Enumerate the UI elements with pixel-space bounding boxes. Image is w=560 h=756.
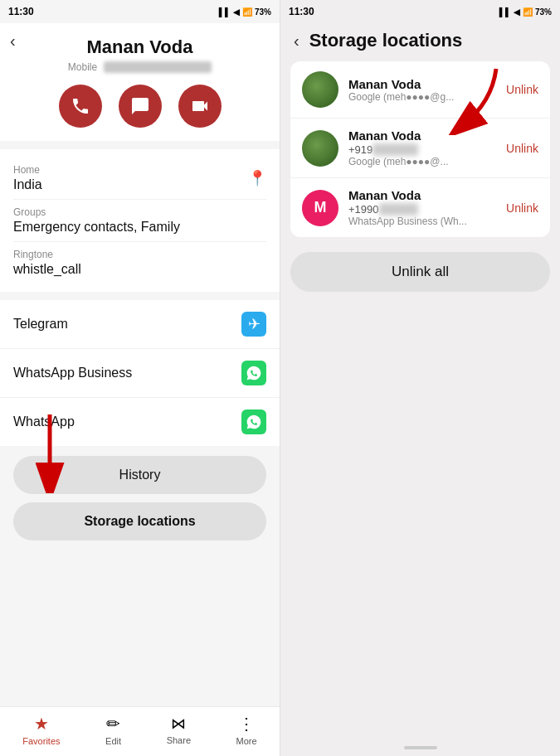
groups-value: Emergency contacts, Family — [13, 220, 180, 235]
app-row-whatsapp-biz[interactable]: WhatsApp Business — [0, 349, 280, 398]
storage-info-1: Manan Voda Google (meh●●●●@g... — [348, 77, 506, 103]
storage-item-1: Manan Voda Google (meh●●●●@g... Unlink — [290, 61, 550, 119]
info-row-home: Home India 📍 — [13, 158, 266, 200]
telegram-icon: ✈ — [241, 312, 266, 337]
share-label: Share — [167, 735, 191, 745]
unlink-all-button[interactable]: Unlink all — [290, 252, 550, 292]
spacer — [0, 540, 280, 706]
nav-edit[interactable]: ✏ Edit — [105, 714, 121, 746]
storage-info-3: Manan Voda +1990●●●●●● WhatsApp Business… — [348, 188, 506, 227]
contact-name-3: Manan Voda — [348, 188, 506, 202]
video-icon — [190, 96, 210, 116]
right-page-title: Storage locations — [309, 30, 463, 51]
phone-number-blurred — [104, 61, 212, 73]
message-icon — [130, 96, 150, 116]
app-section: Telegram ✈ WhatsApp Business WhatsApp — [0, 300, 280, 446]
contact-phone-3: +1990●●●●●● — [348, 203, 506, 216]
app-row-whatsapp[interactable]: WhatsApp — [0, 398, 280, 446]
bottom-nav: ★ Favorites ✏ Edit ⋈ Share ⋮ More — [0, 706, 280, 756]
contact-name-1: Manan Voda — [348, 77, 506, 91]
nav-more[interactable]: ⋮ More — [236, 714, 257, 746]
whatsapp-biz-label: WhatsApp Business — [13, 366, 132, 380]
more-icon: ⋮ — [238, 714, 255, 734]
favorites-icon: ★ — [34, 714, 49, 734]
contact-source-2: Google (meh●●●●@... — [348, 156, 506, 167]
message-button[interactable] — [119, 85, 162, 128]
app-row-telegram[interactable]: Telegram ✈ — [0, 300, 280, 349]
more-label: More — [236, 736, 257, 746]
info-row-groups: Groups Emergency contacts, Family — [13, 200, 266, 242]
right-spacer — [280, 292, 560, 746]
storage-item-3: M Manan Voda +1990●●●●●● WhatsApp Busine… — [290, 178, 550, 237]
avatar-1 — [302, 71, 338, 108]
whatsapp-label: WhatsApp — [13, 414, 75, 429]
storage-item-2: Manan Voda +919●●●●●●● Google (meh●●●●@.… — [290, 119, 550, 178]
call-button[interactable] — [59, 85, 102, 128]
contact-source-3: WhatsApp Business (Wh... — [348, 216, 506, 227]
action-buttons — [59, 85, 222, 128]
info-row-ringtone: Ringtone whistle_call — [13, 242, 266, 284]
contact-name-2: Manan Voda — [348, 128, 506, 143]
left-time: 11:30 — [8, 6, 34, 17]
unlink-all-container: Unlink all — [290, 252, 550, 292]
contact-source-1: Google (meh●●●●@g... — [348, 91, 506, 103]
left-status-bar: 11:30 ▌▌ ◀ 📶 73% — [0, 0, 280, 23]
avatar-2 — [302, 130, 338, 167]
home-label: Home — [13, 164, 42, 176]
unlink-button-1[interactable]: Unlink — [506, 83, 538, 96]
left-panel: 11:30 ▌▌ ◀ 📶 73% ‹ Manan Voda Mobile — [0, 0, 280, 756]
unlink-button-2[interactable]: Unlink — [506, 142, 538, 155]
contact-phone-2: +919●●●●●●● — [348, 143, 506, 156]
right-back-button[interactable]: ‹ — [294, 32, 299, 51]
buttons-section: History Storage locations — [0, 456, 280, 540]
location-icon: 📍 — [248, 169, 266, 187]
nav-share[interactable]: ⋈ Share — [167, 715, 191, 745]
avatar-3: M — [302, 190, 338, 226]
storage-locations-button[interactable]: Storage locations — [13, 502, 266, 540]
edit-icon: ✏ — [106, 714, 120, 734]
home-value: India — [13, 177, 42, 192]
storage-list: Manan Voda Google (meh●●●●@g... Unlink M… — [290, 61, 550, 237]
whatsapp-biz-icon — [241, 361, 266, 385]
contact-phone-row: Mobile — [68, 61, 212, 73]
contact-name: Manan Voda — [87, 36, 193, 58]
storage-info-2: Manan Voda +919●●●●●●● Google (meh●●●●@.… — [348, 128, 506, 167]
phone-label: Mobile — [68, 61, 97, 73]
right-status-bar: 11:30 ▌▌ ◀ 📶 73% — [280, 0, 560, 23]
left-status-icons: ▌▌ ◀ 📶 73% — [219, 7, 271, 17]
phone-icon — [71, 96, 90, 116]
right-panel: 11:30 ▌▌ ◀ 📶 73% ‹ Storage locations Man… — [280, 0, 560, 756]
nav-favorites[interactable]: ★ Favorites — [22, 714, 60, 746]
back-button[interactable]: ‹ — [10, 32, 16, 51]
ringtone-value: whistle_call — [13, 262, 81, 277]
info-section: Home India 📍 Groups Emergency contacts, … — [0, 149, 280, 292]
whatsapp-icon — [241, 410, 266, 434]
right-time: 11:30 — [289, 6, 314, 17]
video-button[interactable] — [178, 85, 222, 128]
groups-label: Groups — [13, 206, 180, 218]
edit-label: Edit — [105, 736, 121, 746]
history-button[interactable]: History — [13, 456, 266, 494]
scroll-indicator — [404, 746, 437, 749]
ringtone-label: Ringtone — [13, 249, 81, 260]
favorites-label: Favorites — [22, 736, 60, 746]
share-icon: ⋈ — [171, 715, 186, 733]
right-status-icons: ▌▌ ◀ 📶 73% — [499, 7, 552, 17]
telegram-label: Telegram — [13, 317, 68, 332]
right-header: ‹ Storage locations — [280, 23, 560, 61]
contact-header: ‹ Manan Voda Mobile — [0, 23, 280, 141]
unlink-button-3[interactable]: Unlink — [506, 201, 538, 215]
